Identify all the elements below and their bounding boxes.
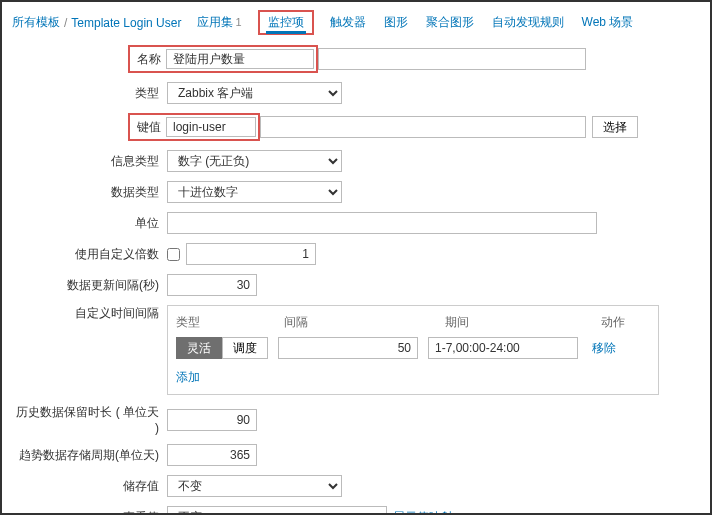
show-value-map-link[interactable]: 展示值映射 bbox=[393, 509, 453, 516]
show-value-select[interactable]: 不变 bbox=[167, 506, 387, 515]
key-input[interactable] bbox=[166, 117, 256, 137]
store-value-select[interactable]: 不变 bbox=[167, 475, 342, 497]
tab-screens[interactable]: 聚合图形 bbox=[424, 10, 476, 35]
tab-discovery[interactable]: 自动发现规则 bbox=[490, 10, 566, 35]
update-interval-input[interactable] bbox=[167, 274, 257, 296]
custom-intervals-panel: 类型 间隔 期间 动作 灵活 调度 移除 添加 bbox=[167, 305, 659, 395]
int-col-action: 动作 bbox=[601, 314, 650, 331]
int-col-interval: 间隔 bbox=[284, 314, 445, 331]
type-label: 类型 bbox=[12, 85, 167, 102]
int-col-type: 类型 bbox=[176, 314, 284, 331]
trends-input[interactable] bbox=[167, 444, 257, 466]
interval-type-segment: 灵活 调度 bbox=[176, 337, 268, 359]
unit-input[interactable] bbox=[167, 212, 597, 234]
tab-graphs[interactable]: 图形 bbox=[382, 10, 410, 35]
multiplier-input bbox=[186, 243, 316, 265]
interval-value-input[interactable] bbox=[278, 337, 418, 359]
history-input[interactable] bbox=[167, 409, 257, 431]
update-interval-label: 数据更新间隔(秒) bbox=[12, 277, 167, 294]
name-label: 名称 bbox=[132, 51, 166, 68]
tab-triggers[interactable]: 触发器 bbox=[328, 10, 368, 35]
name-input[interactable] bbox=[166, 49, 314, 69]
tab-web[interactable]: Web 场景 bbox=[580, 10, 636, 35]
multiplier-label: 使用自定义倍数 bbox=[12, 246, 167, 263]
unit-label: 单位 bbox=[12, 215, 167, 232]
history-label: 历史数据保留时长 ( 单位天 ) bbox=[12, 404, 167, 435]
key-input-tail[interactable] bbox=[260, 116, 586, 138]
int-col-period: 期间 bbox=[445, 314, 601, 331]
interval-period-input[interactable] bbox=[428, 337, 578, 359]
store-value-label: 储存值 bbox=[12, 478, 167, 495]
tab-items[interactable]: 监控项 bbox=[266, 13, 306, 34]
select-button[interactable]: 选择 bbox=[592, 116, 638, 138]
tab-applications[interactable]: 应用集1 bbox=[195, 10, 243, 35]
breadcrumb-template[interactable]: Template Login User bbox=[71, 16, 181, 30]
type-select[interactable]: Zabbix 客户端 bbox=[167, 82, 342, 104]
info-type-label: 信息类型 bbox=[12, 153, 167, 170]
name-input-tail[interactable] bbox=[318, 48, 586, 70]
custom-intervals-label: 自定义时间间隔 bbox=[12, 305, 167, 322]
data-type-label: 数据类型 bbox=[12, 184, 167, 201]
multiplier-checkbox[interactable] bbox=[167, 248, 180, 261]
data-type-select[interactable]: 十进位数字 bbox=[167, 181, 342, 203]
breadcrumb: 所有模板 / Template Login User 应用集1 监控项 触发器 … bbox=[12, 10, 700, 35]
interval-add-link[interactable]: 添加 bbox=[176, 369, 200, 386]
trends-label: 趋势数据存储周期(单位天) bbox=[12, 447, 167, 464]
info-type-select[interactable]: 数字 (无正负) bbox=[167, 150, 342, 172]
seg-scheduling[interactable]: 调度 bbox=[222, 337, 268, 359]
breadcrumb-root[interactable]: 所有模板 bbox=[12, 14, 60, 31]
seg-flexible[interactable]: 灵活 bbox=[176, 337, 222, 359]
interval-remove-link[interactable]: 移除 bbox=[592, 340, 616, 357]
breadcrumb-sep: / bbox=[64, 16, 67, 30]
key-label: 键值 bbox=[132, 119, 166, 136]
show-value-label: 查看值 bbox=[12, 509, 167, 516]
